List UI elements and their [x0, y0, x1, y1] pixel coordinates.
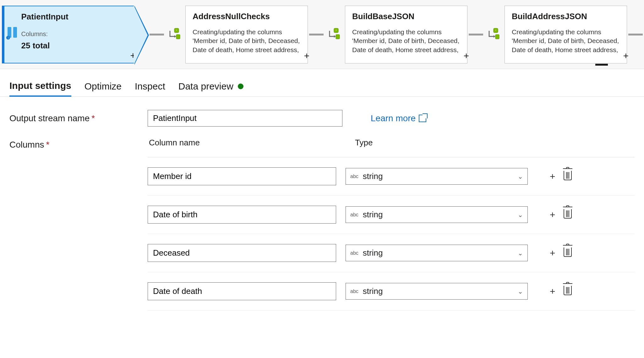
output-stream-name-row: Output stream name* Learn more — [9, 110, 635, 127]
flow-node-desc: Creating/updating the columns 'Member id… — [193, 28, 301, 54]
flow-node-meta-label: Columns: — [21, 30, 128, 38]
type-prefix-icon: abc — [350, 174, 358, 179]
add-step-button[interactable]: + — [130, 51, 136, 60]
columns-table: Column name Type abc string ⌄ + abc stri… — [148, 138, 635, 311]
columns-label: Columns* — [9, 138, 135, 311]
flow-node-title: BuildAddressJSON — [512, 12, 620, 21]
column-row: abc string ⌄ + — [148, 196, 635, 234]
add-column-button[interactable]: + — [550, 171, 555, 182]
label-text: Output stream name — [9, 113, 90, 123]
link-text: Learn more — [371, 113, 416, 123]
column-name-input[interactable] — [148, 206, 336, 224]
flow-node-title: AddressNullChecks — [193, 12, 301, 21]
flow-node-buildaddressjson[interactable]: BuildAddressJSON Creating/updating the c… — [505, 6, 627, 63]
flow-node-title: BuildBaseJSON — [352, 12, 461, 21]
add-step-button[interactable]: + — [304, 51, 309, 61]
svg-rect-11 — [495, 35, 499, 39]
column-type-value: string — [363, 248, 383, 258]
column-type-select[interactable]: abc string ⌄ — [346, 245, 528, 261]
column-type-select[interactable]: abc string ⌄ — [346, 168, 528, 185]
add-column-button[interactable]: + — [550, 286, 555, 297]
derived-column-icon — [484, 27, 503, 42]
column-type-value: string — [363, 286, 383, 296]
dataflow-graph: PatientInput Columns: 25 total + Address… — [0, 0, 644, 69]
row-actions: + — [550, 286, 572, 297]
required-asterisk: * — [91, 113, 95, 123]
column-row: abc string ⌄ + — [148, 234, 635, 272]
delete-column-button[interactable] — [564, 247, 572, 258]
column-row: abc string ⌄ + — [148, 272, 635, 311]
source-icon — [6, 25, 20, 40]
column-header-name: Column name — [148, 138, 349, 148]
delete-column-button[interactable] — [564, 286, 572, 297]
column-name-input[interactable] — [148, 167, 336, 185]
trash-icon — [564, 286, 572, 295]
tab-input-settings[interactable]: Input settings — [9, 80, 71, 97]
add-column-button[interactable]: + — [550, 209, 555, 220]
label-text: Columns — [9, 140, 44, 149]
add-step-button[interactable]: + — [463, 51, 469, 61]
chevron-down-icon: ⌄ — [518, 211, 523, 219]
connector — [469, 34, 483, 35]
type-prefix-icon: abc — [350, 212, 358, 218]
flow-node-desc: Creating/updating the columns 'Member id… — [512, 28, 620, 54]
settings-tabs: Input settings Optimize Inspect Data pre… — [0, 69, 644, 97]
add-column-button[interactable]: + — [550, 247, 555, 258]
flow-node-desc: Creating/updating the columns 'Member id… — [352, 28, 461, 54]
input-settings-form: Output stream name* Learn more — [0, 97, 644, 127]
column-type-value: string — [363, 210, 383, 220]
output-stream-name-label: Output stream name* — [9, 113, 135, 123]
tab-label: Optimize — [85, 81, 122, 92]
trash-icon — [564, 171, 572, 180]
tab-data-preview[interactable]: Data preview — [178, 81, 243, 96]
row-actions: + — [550, 209, 572, 220]
column-name-input[interactable] — [148, 282, 336, 300]
column-row: abc string ⌄ + — [148, 157, 635, 196]
derived-column-icon — [325, 27, 343, 42]
trash-icon — [564, 209, 572, 219]
row-actions: + — [550, 247, 572, 258]
connector — [628, 34, 643, 35]
derived-column-icon — [165, 27, 183, 42]
tab-label: Data preview — [178, 81, 233, 92]
learn-more-link[interactable]: Learn more — [371, 113, 426, 123]
svg-rect-1 — [13, 27, 17, 38]
flow-node-buildbasejson[interactable]: BuildBaseJSON Creating/updating the colu… — [345, 6, 467, 63]
flow-node-addressnullchecks[interactable]: AddressNullChecks Creating/updating the … — [185, 6, 308, 63]
columns-section: Columns* Column name Type abc string ⌄ +… — [0, 138, 644, 311]
column-name-input[interactable] — [148, 244, 336, 262]
chevron-down-icon: ⌄ — [518, 173, 523, 180]
delete-column-button[interactable] — [564, 171, 572, 182]
tab-label: Input settings — [9, 80, 71, 91]
svg-marker-7 — [334, 35, 336, 38]
tab-optimize[interactable]: Optimize — [85, 81, 122, 96]
flow-node-meta-value: 25 total — [21, 41, 128, 51]
chevron-down-icon: ⌄ — [518, 288, 523, 295]
column-header-type: Type — [349, 138, 635, 148]
output-stream-name-input[interactable] — [148, 110, 342, 127]
tab-label: Inspect — [135, 81, 165, 92]
row-actions: + — [550, 171, 572, 182]
columns-table-header: Column name Type — [148, 138, 635, 157]
type-prefix-icon: abc — [350, 250, 358, 256]
svg-marker-10 — [494, 35, 495, 38]
tab-inspect[interactable]: Inspect — [135, 81, 165, 96]
chevron-down-icon: ⌄ — [518, 249, 523, 257]
svg-rect-5 — [176, 35, 180, 39]
svg-rect-8 — [336, 35, 340, 39]
flow-node-patientinput[interactable]: PatientInput Columns: 25 total + — [2, 6, 134, 63]
type-prefix-icon: abc — [350, 289, 358, 294]
trash-icon — [564, 247, 572, 257]
column-type-select[interactable]: abc string ⌄ — [346, 206, 528, 223]
add-step-button[interactable]: + — [623, 51, 629, 61]
external-link-icon — [419, 115, 426, 122]
status-dot-icon — [238, 84, 243, 89]
delete-column-button[interactable] — [564, 209, 572, 220]
required-asterisk: * — [46, 140, 49, 149]
panel-resize-handle[interactable] — [595, 64, 608, 66]
connector — [309, 34, 324, 35]
column-type-select[interactable]: abc string ⌄ — [346, 283, 528, 300]
column-type-value: string — [363, 171, 383, 181]
svg-marker-4 — [174, 35, 176, 38]
connector — [150, 34, 164, 35]
